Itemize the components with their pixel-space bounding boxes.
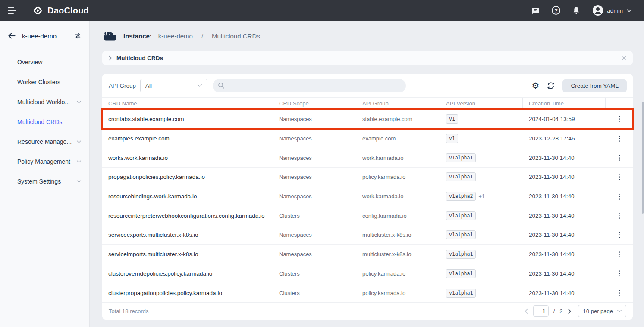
chat-icon[interactable] bbox=[531, 6, 540, 15]
api-version-cell: v1alpha1 bbox=[440, 148, 523, 167]
crd-scope-cell: Namespaces bbox=[273, 168, 356, 187]
sidebar-item-system-settings[interactable]: System Settings bbox=[0, 171, 89, 191]
sidebar-item-multicloud-crds[interactable]: Multicloud CRDs bbox=[0, 112, 89, 132]
api-group-cell: config.karmada.io bbox=[356, 206, 440, 225]
kebab-menu-icon[interactable] bbox=[616, 268, 622, 279]
api-group-filter-label: API Group bbox=[109, 83, 136, 89]
page-size-value: 10 per page bbox=[583, 308, 613, 314]
sidebar-item-label: Overview bbox=[17, 59, 42, 66]
next-page-icon[interactable] bbox=[568, 308, 572, 314]
sidebar-item-worker-clusters[interactable]: Worker Clusters bbox=[0, 72, 89, 92]
sidebar-item-policy-management[interactable]: Policy Management bbox=[0, 152, 89, 171]
kebab-menu-icon[interactable] bbox=[616, 171, 622, 183]
crd-name-cell: resourceinterpreterwebhookconfigurations… bbox=[102, 206, 273, 225]
column-header-api-version: API Version bbox=[440, 98, 523, 109]
switch-instance-icon[interactable] bbox=[74, 32, 82, 40]
settings-gear-icon[interactable]: ⚙ bbox=[532, 81, 540, 90]
api-version-badge: v1alpha1 bbox=[446, 289, 476, 298]
api-version-badge: v1alpha1 bbox=[446, 172, 476, 181]
kebab-menu-icon[interactable] bbox=[616, 287, 622, 298]
crd-scope-cell: Namespaces bbox=[273, 109, 356, 129]
api-group-cell: stable.example.com bbox=[356, 109, 440, 129]
api-group-cell: multicluster.x-k8s.io bbox=[356, 245, 440, 264]
column-header-api-group: API Group bbox=[356, 98, 440, 109]
brand-logo[interactable]: DaoCloud bbox=[32, 5, 89, 16]
api-group-cell: policy.karmada.io bbox=[356, 264, 440, 283]
table-row[interactable]: resourceinterpreterwebhookconfigurations… bbox=[102, 206, 633, 225]
actions-cell bbox=[606, 168, 633, 187]
api-group-cell: work.karmada.io bbox=[356, 148, 440, 167]
sidebar-item-overview[interactable]: Overview bbox=[0, 52, 89, 72]
chevron-right-icon[interactable] bbox=[108, 55, 112, 61]
help-icon[interactable]: ? bbox=[552, 6, 560, 15]
sidebar-item-multicloud-worklo[interactable]: Multicloud Worklo... bbox=[0, 92, 89, 112]
creation-time-cell: 2023-11-30 14:40 bbox=[523, 245, 606, 264]
crd-name-cell: crontabs.stable.example.com bbox=[102, 109, 273, 129]
back-arrow-icon[interactable] bbox=[7, 32, 16, 40]
previous-page-icon[interactable] bbox=[525, 308, 528, 314]
user-name: admin bbox=[607, 7, 623, 14]
api-version-cell: v1 bbox=[440, 129, 523, 148]
api-version-cell: v1alpha1 bbox=[440, 168, 523, 187]
actions-cell bbox=[606, 187, 633, 206]
kebab-menu-icon[interactable] bbox=[616, 152, 622, 163]
page-number-input[interactable] bbox=[533, 305, 549, 317]
page-scrollbar[interactable] bbox=[642, 102, 644, 214]
kebab-menu-icon[interactable] bbox=[616, 229, 622, 241]
page-size-select[interactable]: 10 per page bbox=[578, 305, 626, 317]
creation-time-cell: 2024-01-04 13:59 bbox=[523, 109, 606, 129]
kebab-menu-icon[interactable] bbox=[616, 113, 622, 124]
api-group-filter-select[interactable]: All bbox=[140, 79, 207, 92]
api-version-badge: v1 bbox=[446, 134, 458, 143]
sidebar-item-label: Worker Clusters bbox=[17, 79, 60, 86]
refresh-icon[interactable] bbox=[547, 81, 555, 90]
creation-time-cell: 2023-11-30 14:40 bbox=[523, 264, 606, 283]
column-header-actions bbox=[606, 98, 633, 109]
pagination: / 2 10 per page bbox=[525, 305, 626, 317]
kebab-menu-icon[interactable] bbox=[616, 249, 622, 260]
extra-versions-count: +1 bbox=[478, 194, 484, 200]
crd-table-card: API Group All ⚙ bbox=[102, 74, 633, 320]
breadcrumb-instance[interactable]: k-uee-demo bbox=[158, 32, 193, 40]
table-footer: Total 18 records / 2 10 per page bbox=[102, 302, 633, 320]
creation-time-cell: 2023-11-30 14:40 bbox=[523, 206, 606, 225]
kebab-menu-icon[interactable] bbox=[616, 191, 622, 202]
creation-time-cell: 2023-11-30 14:40 bbox=[523, 187, 606, 206]
user-avatar-icon bbox=[592, 5, 603, 16]
api-group-cell: policy.karmada.io bbox=[356, 283, 440, 302]
table-row[interactable]: serviceimports.multicluster.x-k8s.io Nam… bbox=[102, 244, 633, 264]
breadcrumb: Instance: k-uee-demo / Multicloud CRDs bbox=[102, 26, 260, 45]
table-row[interactable]: clusterpropagationpolicies.policy.karmad… bbox=[102, 283, 633, 302]
crd-scope-cell: Clusters bbox=[273, 206, 356, 225]
hamburger-menu-icon[interactable] bbox=[8, 7, 18, 14]
table-row[interactable]: propagationpolicies.policy.karmada.io Na… bbox=[102, 167, 633, 187]
close-icon[interactable] bbox=[621, 55, 627, 61]
bell-icon[interactable] bbox=[572, 6, 581, 15]
sidebar-item-label: Resource Manage... bbox=[17, 138, 72, 145]
column-header-creation-time: Creation Time bbox=[523, 98, 606, 109]
creation-time-cell: 2023-11-30 14:40 bbox=[523, 225, 606, 244]
table-toolbar: API Group All ⚙ bbox=[102, 74, 633, 97]
table-row[interactable]: examples.example.com Namespaces example.… bbox=[102, 129, 633, 148]
search-input[interactable] bbox=[228, 83, 401, 89]
table-row[interactable]: works.work.karmada.io Namespaces work.ka… bbox=[102, 148, 633, 167]
sidebar-menu: Overview Worker Clusters Multicloud Work… bbox=[0, 51, 89, 191]
table-row[interactable]: resourcebindings.work.karmada.io Namespa… bbox=[102, 187, 633, 206]
create-from-yaml-button[interactable]: Create from YAML bbox=[562, 79, 627, 92]
collapsible-panel-header[interactable]: Multicloud CRDs bbox=[102, 51, 633, 65]
api-group-cell: work.karmada.io bbox=[356, 187, 440, 206]
sidebar: k-uee-demo Overview Worker Clusters Mult… bbox=[0, 21, 90, 327]
kebab-menu-icon[interactable] bbox=[616, 133, 622, 144]
user-menu[interactable]: admin bbox=[592, 5, 632, 16]
table-header: CRD Name CRD Scope API Group API Version… bbox=[102, 97, 633, 109]
table-row[interactable]: crontabs.stable.example.com Namespaces s… bbox=[102, 109, 633, 129]
sidebar-item-resource-manage[interactable]: Resource Manage... bbox=[0, 132, 89, 152]
sidebar-item-label: Multicloud CRDs bbox=[17, 118, 62, 125]
kebab-menu-icon[interactable] bbox=[616, 210, 622, 221]
table-row[interactable]: serviceexports.multicluster.x-k8s.io Nam… bbox=[102, 225, 633, 244]
api-version-badge: v1alpha1 bbox=[446, 230, 476, 239]
breadcrumb-page: Multicloud CRDs bbox=[212, 32, 260, 40]
table-row[interactable]: clusteroverridepolicies.policy.karmada.i… bbox=[102, 264, 633, 283]
daocloud-logo-icon bbox=[32, 5, 44, 16]
search-bar[interactable] bbox=[213, 79, 406, 92]
